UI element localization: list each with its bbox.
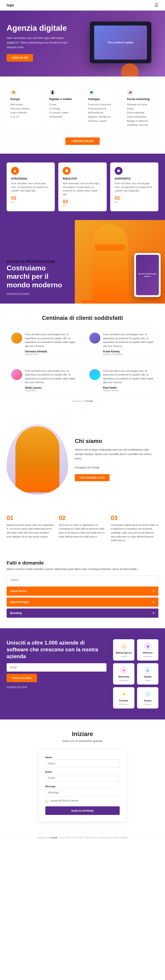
partner-name: Digitaly	[144, 676, 152, 678]
avatar	[89, 369, 100, 380]
list-item: media	[127, 107, 155, 111]
start-heading: Iniziare	[6, 730, 159, 738]
list-item: Web design	[10, 102, 38, 107]
stat-title: RISULTATI	[63, 177, 102, 180]
dev-title: Sviluppo	[88, 97, 116, 101]
numbered-item-1: 01 Adipiscing lorem ipsum dolor sit in d…	[6, 514, 54, 542]
stat-card-support: SUPPORTO Proin sed libero arcu sed feugi…	[110, 162, 159, 211]
testimonial-role: Direttore Finanziario	[103, 353, 154, 355]
testimonial-card: Proin sed libero arcu sed feugiat nunc. …	[85, 364, 159, 396]
hero-image: The architect's update	[82, 22, 159, 63]
join-cta-button[interactable]: Crea il tuo stem	[6, 674, 37, 682]
numbered-section: 01 Adipiscing lorem ipsum dolor sit in d…	[0, 506, 165, 551]
support-icon	[115, 167, 123, 175]
studio-link[interactable]: Immagine da Freepik	[6, 292, 68, 295]
who-title: Chi siamo	[75, 438, 159, 444]
list-item: Blogger e Influencer	[127, 119, 155, 123]
list-item: iOS/Android	[49, 115, 77, 119]
start-section: Iniziare Inizia con un preventivo gratui…	[0, 719, 165, 833]
faq-item-about[interactable]: About the for ▼	[6, 587, 159, 596]
service-card-design: 🎨 Design Web design Direzione artistica …	[6, 85, 42, 131]
numbered-num-2: 02	[59, 514, 106, 522]
studio-tag: STUDIO DI PROGETTAZIONE	[6, 260, 68, 264]
dev-icon: 💻	[88, 89, 95, 95]
footer-credit-link[interactable]: Freepik	[50, 837, 58, 839]
testimonial-card: Proin sed libero arcu sed feugiat nunc. …	[6, 364, 80, 396]
chevron-down-icon: ▼	[152, 590, 155, 593]
list-item: Direzione artistica	[10, 107, 38, 111]
navbar: logo ☰	[0, 0, 165, 11]
partner-sub: Elevate	[144, 703, 151, 705]
join-email-input[interactable]	[6, 663, 106, 671]
list-item: Magento, Wordpress,	[88, 115, 116, 119]
join-image-credit-link[interactable]: Immagine da Freepik	[6, 686, 106, 688]
mobile-title: Digitale e mobile	[49, 97, 77, 101]
avatar	[11, 332, 22, 344]
testimonial-content: Proin sed libero arcu sed feugiat nunc. …	[25, 369, 76, 392]
who-content: Chi siamo Ultrices dui id leque malesuad…	[75, 438, 159, 481]
numbered-num-1: 01	[6, 514, 54, 522]
hamburger-menu-icon[interactable]: ☰	[154, 3, 159, 8]
list-item: UI & UX	[10, 115, 38, 119]
message-input[interactable]	[45, 789, 120, 797]
stat-number: 02	[63, 199, 102, 204]
testimonials-heading: Centinaia di clienti soddisfatti	[6, 315, 159, 321]
person-figure	[15, 426, 59, 492]
service-card-dev: 💻 Sviluppo Front-end e back-end Programm…	[84, 85, 120, 131]
terms-checkbox[interactable]	[45, 800, 48, 803]
faq-item-project[interactable]: Special Project ▼	[6, 598, 159, 607]
studio-title: Costruiamo marchi per il mondo moderno	[6, 264, 68, 289]
promote-icon: ★	[120, 690, 128, 698]
hero-cta-button[interactable]: LEGGI DI PIÙ	[6, 54, 33, 62]
testimonial-name: Stella Larson	[25, 386, 76, 389]
testimonial-card: Proin sed libero arcu sed feugiat nunc. …	[85, 328, 159, 360]
hero-title: Agenzia digitale	[6, 23, 82, 33]
testimonial-content: Proin sed libero arcu sed feugiat nunc. …	[103, 332, 154, 355]
numbered-text-2: Dore sed turc dolor in signissimert in. …	[59, 523, 106, 539]
values-button[interactable]: I NOSTRI VALORI	[65, 137, 100, 145]
partner-name: Elevate	[144, 700, 152, 702]
list-item: UI and	[49, 102, 77, 107]
list-item: Email marketing	[127, 111, 155, 115]
laptop-mockup: The architect's update	[90, 22, 151, 63]
partner-logo-marketing: ● Marketing Campaign	[113, 663, 135, 684]
list-item: dell'interfaccia	[88, 111, 116, 115]
faq-search-input[interactable]	[6, 576, 159, 584]
testimonial-text: Proin sed libero arcu sed feugiat nunc. …	[103, 332, 154, 348]
who-cta-button[interactable]: PER SAPERNE DI PIÙ	[75, 474, 110, 481]
numbered-item-3: 03 Consectetur adipiscing lorem ipsum do…	[111, 514, 159, 542]
studio-section: STUDIO DI PROGETTAZIONE Costruiamo march…	[0, 220, 165, 304]
testimonial-text: Proin sed libero arcu sed feugiat nunc. …	[25, 369, 76, 385]
laptop-screen: The architect's update	[94, 25, 147, 60]
list-item: Front-end e back-end	[88, 102, 116, 107]
partner-sub: Agency	[120, 655, 127, 657]
faq-item-branding[interactable]: Branding ▼	[6, 608, 159, 618]
who-we-are-section: Chi siamo Ultrices dui id leque malesuad…	[0, 413, 165, 506]
avatar	[11, 369, 22, 380]
hero-section: Agenzia digitale Nam venenatis cras sed …	[0, 11, 165, 76]
partners-grid: △ Making Agency Agency ◆ Influence Marke…	[113, 639, 159, 708]
email-input[interactable]	[45, 774, 120, 782]
stat-label: PG	[115, 201, 154, 203]
image-credit-link[interactable]: Freepik	[86, 400, 93, 402]
design-icon: 🎨	[10, 89, 17, 95]
who-image	[6, 424, 68, 495]
stats-grid: STRATEGIA Proin sed libero arcu sed feug…	[6, 162, 159, 211]
partner-name: Making Agency	[116, 652, 132, 654]
join-left: Unisciti a oltre 1.000 aziende di softwa…	[6, 639, 106, 688]
mobile-icon: 📱	[49, 89, 56, 95]
stat-title: SUPPORTO	[115, 177, 154, 180]
partner-sub: Digital	[145, 679, 151, 681]
stat-desc: Nam venenatis cras sed felis eget velit …	[63, 181, 102, 196]
elevate-icon: ⬡	[144, 690, 152, 698]
design-list: Web design Direzione artistica Logo e Ma…	[10, 102, 38, 119]
numbered-item-2: 02 Dore sed turc dolor in signissimert i…	[59, 514, 106, 542]
stat-desc: Proin sed libero arcu sed feugiat nunc. …	[115, 181, 154, 192]
partner-name: Marketing	[119, 676, 129, 678]
list-item: Symfony, Laravel	[88, 119, 116, 123]
name-input[interactable]	[45, 759, 120, 767]
social-title: Social marketing	[127, 97, 155, 101]
partner-logo-making: △ Making Agency Agency	[113, 639, 135, 660]
stat-desc: Proin sed libero arcu sed feugiat nunc. …	[11, 181, 50, 192]
submit-button[interactable]: Invia la richiesta	[45, 807, 120, 815]
